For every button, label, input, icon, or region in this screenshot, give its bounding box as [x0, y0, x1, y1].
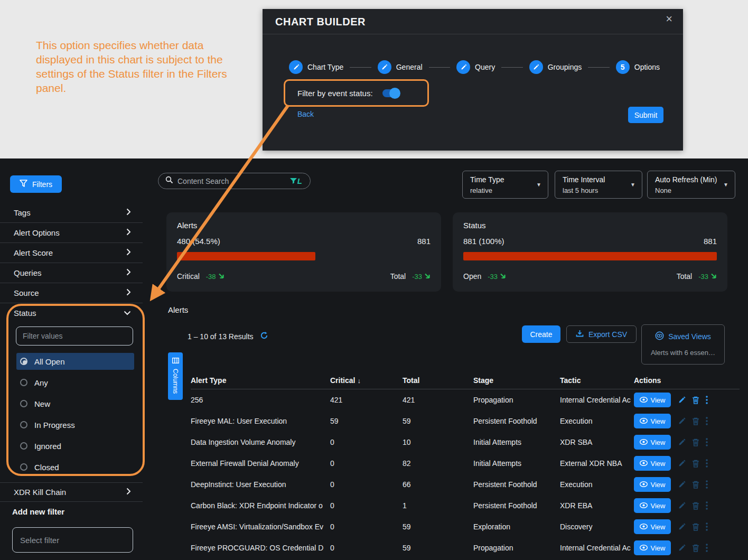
table-row[interactable]: External Firewall Denial Anomaly 0 82 In… — [191, 453, 740, 474]
view-button[interactable]: View — [634, 414, 671, 428]
more-options-icon[interactable] — [706, 544, 708, 552]
eye-icon — [640, 544, 648, 552]
step-general[interactable]: General — [378, 60, 423, 74]
chevron-right-icon — [126, 228, 131, 238]
columns-button-label: Columns — [172, 369, 179, 394]
edit-pencil-icon[interactable] — [678, 460, 686, 467]
search-input[interactable] — [177, 177, 290, 185]
view-button[interactable]: View — [634, 393, 671, 407]
more-options-icon[interactable] — [706, 480, 708, 489]
filter-by-event-status-toggle[interactable] — [382, 89, 400, 97]
column-header-stage[interactable]: Stage — [473, 376, 560, 385]
lucene-syntax-icon[interactable]: L — [290, 176, 302, 185]
more-options-icon[interactable] — [706, 522, 708, 531]
status-option-all-open[interactable]: All Open — [16, 353, 134, 370]
more-options-icon[interactable] — [706, 417, 708, 425]
cell-alert-type: 256 — [191, 396, 330, 404]
delta-value: -33 — [698, 273, 708, 281]
time-type-dropdown[interactable]: Time Type relative ▼ — [462, 171, 548, 199]
status-option-in-progress[interactable]: In Progress — [16, 416, 134, 433]
status-option-new[interactable]: New — [16, 395, 134, 412]
saved-views-button[interactable]: Saved Views Alerts with 6 essen… — [641, 324, 725, 365]
view-button[interactable]: View — [634, 456, 671, 471]
back-link[interactable]: Back — [297, 110, 314, 118]
delete-trash-icon[interactable] — [692, 523, 699, 531]
table-row[interactable]: Carbon Black: XDR Endpoint Indicator o 0… — [191, 495, 740, 516]
edit-pencil-icon[interactable] — [678, 523, 686, 530]
edit-pencil-icon[interactable] — [678, 417, 686, 425]
step-connector — [501, 67, 523, 68]
view-button[interactable]: View — [634, 477, 671, 492]
view-button[interactable]: View — [634, 519, 671, 534]
view-button[interactable]: View — [634, 498, 671, 513]
column-header-tactic[interactable]: Tactic — [560, 376, 634, 385]
table-row[interactable]: Data Ingestion Volume Anomaly 0 10 Initi… — [191, 432, 740, 453]
time-interval-dropdown[interactable]: Time Interval last 5 hours ▼ — [555, 171, 642, 199]
columns-button[interactable]: Columns — [168, 352, 183, 400]
auto-refresh-dropdown[interactable]: Auto Refresh (Min) None ▼ — [647, 171, 735, 199]
sidebar-item-alert-score[interactable]: Alert Score — [0, 243, 143, 263]
toggle-highlight-callout: Filter by event status: — [284, 79, 429, 107]
edit-pencil-icon[interactable] — [678, 396, 686, 404]
step-groupings[interactable]: Groupings — [529, 60, 582, 74]
pencil-step-icon — [456, 60, 470, 74]
more-options-icon[interactable] — [706, 459, 708, 468]
table-row[interactable]: Fireeye PROCGUARD: OS Credential D 0 59 … — [191, 537, 740, 558]
column-header-total[interactable]: Total — [403, 376, 473, 385]
status-filter-values-input[interactable] — [16, 326, 133, 346]
edit-pencil-icon[interactable] — [678, 544, 686, 552]
cell-tactic: Execution — [560, 480, 634, 489]
submit-button[interactable]: Submit — [628, 107, 663, 123]
filters-button[interactable]: Filters — [10, 175, 62, 193]
edit-pencil-icon[interactable] — [678, 502, 686, 509]
search-icon — [165, 176, 173, 186]
sidebar-item-status[interactable]: Status — [0, 303, 143, 322]
step-label: Query — [475, 63, 495, 71]
edit-pencil-icon[interactable] — [678, 481, 686, 488]
cell-critical: 59 — [330, 417, 403, 425]
sidebar-item-alert-options[interactable]: Alert Options — [0, 223, 143, 243]
sidebar-item-tags[interactable]: Tags — [0, 203, 143, 223]
step-options[interactable]: 5 Options — [616, 60, 660, 74]
delete-trash-icon[interactable] — [692, 417, 699, 425]
funnel-icon — [20, 180, 27, 189]
edit-pencil-icon[interactable] — [678, 438, 686, 446]
table-row[interactable]: 256 421 421 Propagation Internal Credent… — [191, 389, 740, 410]
create-button[interactable]: Create — [522, 325, 560, 343]
table-row[interactable]: DeepInstinct: User Execution 0 66 Persis… — [191, 474, 740, 495]
step-query[interactable]: Query — [456, 60, 495, 74]
modal-header: CHART BUILDER × — [263, 9, 683, 34]
delete-trash-icon[interactable] — [692, 502, 699, 510]
status-option-closed[interactable]: Closed — [16, 459, 134, 475]
table-row[interactable]: Fireeye AMSI: Virtualization/Sandbox Ev … — [191, 516, 740, 537]
more-options-icon[interactable] — [706, 501, 708, 510]
delete-trash-icon[interactable] — [692, 481, 699, 489]
step-label: Groupings — [548, 63, 582, 71]
table-row[interactable]: Fireeye MAL: User Execution 59 59 Persis… — [191, 410, 740, 432]
view-button[interactable]: View — [634, 540, 671, 555]
more-options-icon[interactable] — [706, 396, 708, 404]
more-options-icon[interactable] — [706, 438, 708, 446]
status-option-ignored[interactable]: Ignored — [16, 437, 134, 454]
status-option-any[interactable]: Any — [16, 374, 134, 391]
delete-trash-icon[interactable] — [692, 396, 699, 404]
delete-trash-icon[interactable] — [692, 460, 699, 468]
sidebar-item-queries[interactable]: Queries — [0, 263, 143, 283]
radio-icon — [20, 421, 27, 428]
sidebar-item-xdr-kill-chain[interactable]: XDR Kill Chain — [0, 482, 143, 502]
export-csv-button[interactable]: Export CSV — [566, 325, 637, 343]
sidebar-item-source[interactable]: Source — [0, 283, 143, 303]
view-button[interactable]: View — [634, 435, 671, 450]
close-icon[interactable]: × — [666, 13, 672, 25]
column-header-alert-type[interactable]: Alert Type — [191, 376, 330, 385]
refresh-icon[interactable] — [260, 331, 268, 341]
annotation-text: This option specifies whether data displ… — [36, 38, 242, 95]
column-header-critical[interactable]: Critical↓ — [330, 376, 403, 385]
delete-trash-icon[interactable] — [692, 438, 699, 446]
sidebar-filter-list: Tags Alert Options Alert Score Queries S… — [0, 203, 143, 303]
eye-icon — [640, 438, 648, 446]
delete-trash-icon[interactable] — [692, 544, 699, 552]
step-chart-type[interactable]: Chart Type — [289, 60, 343, 74]
radio-selected-icon — [20, 358, 27, 365]
select-filter-input[interactable] — [12, 527, 133, 553]
